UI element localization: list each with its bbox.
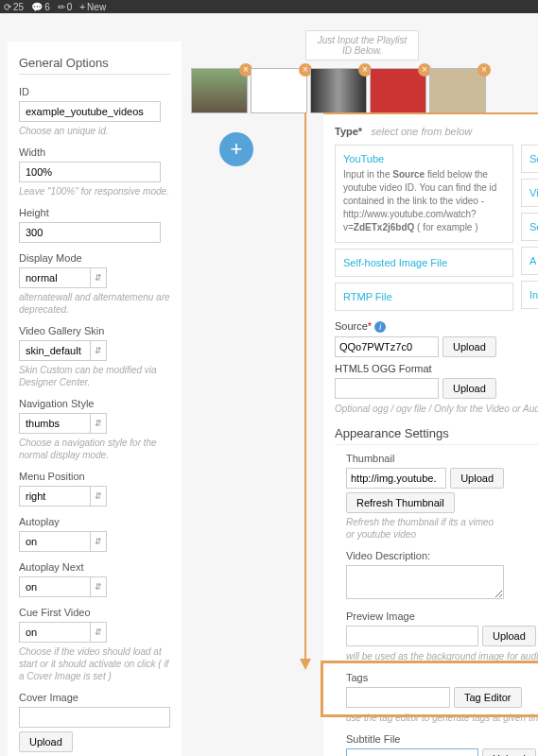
chevron-down-icon: ⇵: [90, 531, 107, 552]
thumb-help: Refresh the thumbnail if its a vimeo or …: [346, 516, 504, 541]
skin-help: Skin Custom can be modified via Designer…: [19, 364, 170, 388]
video-thumb[interactable]: ×: [370, 68, 426, 113]
id-input[interactable]: [19, 101, 161, 122]
display-mode-help: alternatewall and alternatemenu are depr…: [19, 291, 170, 316]
width-help: Leave "100%" for responsive mode.: [19, 185, 170, 198]
tags-input[interactable]: [346, 687, 450, 708]
tags-help: use the tag editor to generate tags at g…: [346, 712, 538, 724]
autoplay-label: Autoplay: [19, 516, 170, 527]
annotation-arrow: [304, 112, 306, 661]
thumb-input[interactable]: [346, 468, 446, 489]
appearance-title: Appearance Settings: [335, 426, 538, 445]
cue-label: Cue First Video: [19, 607, 170, 618]
chevron-down-icon: ⇵: [90, 413, 107, 434]
refresh-thumb-button[interactable]: Refresh Thumbnail: [346, 492, 455, 513]
type-alink[interactable]: A link: [521, 247, 538, 275]
height-input[interactable]: [19, 222, 161, 243]
video-thumb[interactable]: ×: [251, 68, 307, 113]
chevron-down-icon: ⇵: [90, 486, 107, 507]
type-header: Type* select one from below: [335, 126, 538, 145]
id-label: ID: [19, 86, 170, 97]
source-input[interactable]: [335, 336, 439, 357]
ogg-label: HTML5 OGG Format: [335, 363, 538, 374]
skin-label: Video Gallery Skin: [19, 325, 170, 336]
playlist-hint: Just Input the Playlist ID Below.: [305, 30, 419, 60]
thumb-upload-button[interactable]: Upload: [450, 468, 504, 489]
add-video-button[interactable]: +: [219, 132, 253, 166]
source-label: Source* i: [335, 320, 538, 333]
video-desc-input[interactable]: [346, 565, 504, 599]
video-desc-label: Video Description:: [346, 550, 504, 561]
subtitle-input[interactable]: [346, 748, 478, 756]
annotation-arrow-head: [300, 659, 311, 670]
ogg-input[interactable]: [335, 378, 439, 399]
subtitle-upload-button[interactable]: Upload: [482, 748, 536, 756]
nav-style-help: Choose a navigation style for the normal…: [19, 437, 170, 461]
refresh-count[interactable]: ⟳ 25: [4, 2, 24, 12]
cue-help: Choose if the video should load at start…: [19, 645, 170, 682]
width-input[interactable]: [19, 162, 161, 182]
nav-style-select[interactable]: ⇵: [19, 413, 170, 434]
cover-upload-button[interactable]: Upload: [19, 731, 73, 752]
ogg-upload-button[interactable]: Upload: [443, 378, 496, 399]
preview-input[interactable]: [346, 626, 478, 646]
type-self-image[interactable]: Self-hosted Image File: [335, 249, 513, 277]
autoplay-next-select[interactable]: ⇵: [19, 576, 170, 597]
thumbnails-row: × × × × ×: [191, 68, 533, 113]
width-label: Width: [19, 146, 170, 158]
general-options-panel: General Options ID Choose an unique id. …: [8, 42, 182, 756]
chevron-down-icon: ⇵: [90, 622, 107, 643]
tag-editor-button[interactable]: Tag Editor: [454, 687, 522, 708]
add-count[interactable]: ✏ 0: [58, 2, 73, 12]
menu-pos-select[interactable]: ⇵: [19, 486, 170, 507]
cover-label: Cover Image: [19, 692, 170, 703]
source-upload-button[interactable]: Upload: [443, 336, 496, 357]
type-youtube[interactable]: YouTubeInput in the Source field below t…: [335, 145, 513, 243]
ogg-help: Optional ogg / ogv file / Only for the V…: [335, 403, 538, 415]
preview-upload-button[interactable]: Upload: [482, 626, 536, 646]
display-mode-label: Display Mode: [19, 252, 170, 264]
thumb-label: Thumbnail: [346, 453, 504, 464]
cover-input[interactable]: [19, 707, 170, 728]
type-self-video[interactable]: Self-hosted Video: [521, 145, 538, 173]
sidebar-title: General Options: [19, 56, 170, 75]
content-area: Just Input the Playlist ID Below. × × × …: [182, 13, 538, 756]
menu-pos-label: Menu Position: [19, 471, 170, 482]
tags-label: Tags: [346, 672, 538, 683]
video-thumb[interactable]: ×: [429, 68, 486, 113]
skin-select[interactable]: ⇵: [19, 340, 170, 361]
height-label: Height: [19, 207, 170, 218]
type-inline[interactable]: Inline Content: [521, 281, 538, 309]
cue-select[interactable]: ⇵: [19, 622, 170, 643]
type-rtmp[interactable]: RTMP File: [335, 283, 513, 311]
preview-label: Preview Image: [346, 610, 538, 622]
autoplay-next-label: Autoplay Next: [19, 561, 170, 573]
autoplay-select[interactable]: ⇵: [19, 531, 170, 552]
info-icon[interactable]: i: [374, 321, 386, 333]
subtitle-label: Subtitle File: [346, 733, 538, 745]
chevron-down-icon: ⇵: [90, 340, 107, 361]
new-link[interactable]: + New: [79, 2, 106, 12]
wp-admin-bar: ⟳ 25 💬 6 ✏ 0 + New: [0, 0, 538, 13]
preview-help: will be used as the background image for…: [346, 650, 538, 662]
chevron-down-icon: ⇵: [90, 267, 107, 288]
item-settings-panel: Type* select one from below YouTubeInput…: [323, 112, 538, 756]
display-mode-select[interactable]: ⇵: [19, 267, 170, 288]
nav-style-label: Navigation Style: [19, 398, 170, 409]
id-help: Choose an unique id.: [19, 125, 170, 137]
video-thumb[interactable]: ×: [310, 68, 367, 113]
video-thumb[interactable]: ×: [191, 68, 248, 113]
type-vimeo[interactable]: Vimeo Video: [521, 179, 538, 207]
type-self-audio[interactable]: Self-hosted Audio File: [521, 213, 538, 241]
comment-count[interactable]: 💬 6: [31, 2, 50, 12]
chevron-down-icon: ⇵: [90, 576, 107, 597]
close-icon[interactable]: ×: [477, 63, 491, 77]
